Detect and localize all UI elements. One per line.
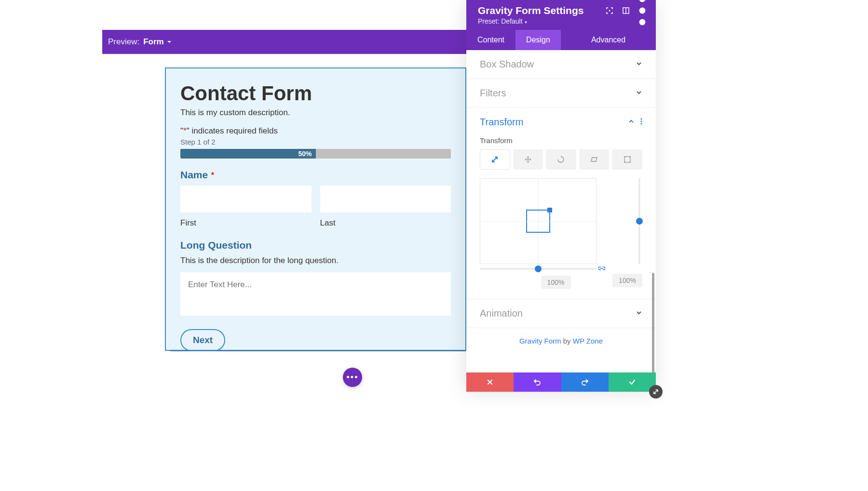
transform-canvas-area: 100% bbox=[480, 178, 642, 289]
vertical-value[interactable]: 100% bbox=[612, 274, 642, 287]
tab-design[interactable]: Design bbox=[515, 30, 561, 50]
section-filters: Filters bbox=[466, 79, 656, 108]
svg-point-7 bbox=[641, 120, 642, 122]
panel-credit: Gravity Form by WP Zone bbox=[466, 328, 656, 356]
cancel-button[interactable] bbox=[466, 372, 514, 392]
panel-title: Gravity Form Settings bbox=[478, 5, 583, 16]
chevron-up-icon bbox=[628, 118, 635, 127]
horizontal-value[interactable]: 100% bbox=[541, 276, 571, 289]
name-field-label: Name * bbox=[180, 169, 451, 181]
panel-body: Box Shadow Filters Transform bbox=[466, 50, 656, 372]
layout-icon[interactable] bbox=[622, 7, 630, 14]
preview-caret-icon[interactable] bbox=[167, 37, 172, 47]
section-more-icon[interactable] bbox=[640, 118, 642, 127]
chevron-down-icon bbox=[636, 60, 642, 69]
long-question-label: Long Question bbox=[180, 239, 451, 251]
section-animation: Animation bbox=[466, 299, 656, 328]
resize-corner-icon[interactable] bbox=[547, 208, 552, 212]
transform-handle[interactable] bbox=[526, 210, 550, 233]
credit-link-wpzone[interactable]: WP Zone bbox=[573, 337, 603, 345]
panel-tabs: Content Design Advanced bbox=[466, 30, 656, 50]
transform-tab-origin[interactable] bbox=[612, 149, 642, 170]
next-button[interactable]: Next bbox=[180, 329, 225, 351]
last-name-input[interactable] bbox=[320, 186, 451, 212]
svg-point-5 bbox=[639, 19, 646, 26]
tab-content[interactable]: Content bbox=[466, 30, 515, 50]
horizontal-slider[interactable] bbox=[480, 266, 597, 272]
required-star-icon: * bbox=[209, 171, 214, 179]
slider-thumb[interactable] bbox=[636, 218, 643, 225]
section-head-animation[interactable]: Animation bbox=[466, 299, 656, 328]
step-label: Step 1 of 2 bbox=[180, 138, 451, 146]
section-transform: Transform Transform bbox=[466, 108, 656, 299]
svg-point-3 bbox=[639, 0, 646, 2]
vertical-slider[interactable] bbox=[637, 178, 642, 264]
redo-button[interactable] bbox=[561, 372, 609, 392]
expand-panel-button[interactable] bbox=[649, 385, 663, 398]
section-head-box-shadow[interactable]: Box Shadow bbox=[466, 50, 656, 79]
svg-point-0 bbox=[609, 10, 610, 12]
progress-fill: 50% bbox=[180, 149, 316, 159]
svg-point-4 bbox=[639, 8, 646, 14]
first-name-col: First bbox=[180, 186, 312, 228]
undo-button[interactable] bbox=[514, 372, 561, 392]
save-button[interactable] bbox=[609, 372, 656, 392]
section-head-transform[interactable]: Transform bbox=[466, 108, 656, 136]
first-name-input[interactable] bbox=[180, 186, 312, 212]
panel-footer bbox=[466, 372, 656, 392]
long-question-textarea[interactable] bbox=[180, 272, 451, 316]
svg-rect-11 bbox=[629, 156, 631, 158]
link-icon[interactable] bbox=[598, 265, 605, 273]
section-head-filters[interactable]: Filters bbox=[466, 79, 656, 107]
name-row: First Last bbox=[180, 186, 451, 228]
panel-preset[interactable]: Preset: Default▼ bbox=[478, 17, 583, 25]
transform-tab-rotate[interactable] bbox=[546, 149, 576, 170]
transform-tab-scale[interactable] bbox=[480, 149, 510, 170]
credit-link-gravity[interactable]: Gravity Form bbox=[519, 337, 561, 345]
svg-rect-10 bbox=[624, 156, 625, 158]
caret-down-icon: ▼ bbox=[524, 20, 528, 25]
svg-rect-12 bbox=[624, 161, 625, 163]
required-star-icon: * bbox=[183, 126, 187, 135]
ellipsis-icon: ••• bbox=[347, 373, 359, 382]
required-note: "*" indicates required fields bbox=[180, 126, 451, 136]
slider-thumb[interactable] bbox=[535, 265, 542, 272]
scrollbar[interactable] bbox=[652, 273, 654, 372]
last-name-col: Last bbox=[320, 186, 451, 228]
form-description: This is my custom description. bbox=[180, 108, 451, 118]
transform-canvas[interactable] bbox=[480, 178, 597, 264]
section-box-shadow: Box Shadow bbox=[466, 50, 656, 79]
long-question-desc: This is the description for the long que… bbox=[180, 256, 451, 265]
progress-value: 50% bbox=[298, 150, 312, 158]
preview-value[interactable]: Form bbox=[143, 37, 164, 47]
transform-tab-skew[interactable] bbox=[579, 149, 610, 170]
page-fab[interactable]: ••• bbox=[343, 368, 362, 387]
svg-point-6 bbox=[641, 118, 642, 119]
chevron-down-icon bbox=[636, 89, 642, 98]
transform-tabs bbox=[480, 149, 642, 170]
tab-advanced[interactable]: Advanced bbox=[561, 30, 656, 50]
settings-panel: Gravity Form Settings Preset: Default▼ C… bbox=[466, 0, 656, 392]
first-sub-label: First bbox=[180, 218, 312, 228]
chevron-down-icon bbox=[636, 309, 642, 318]
contact-form-card: Contact Form This is my custom descripti… bbox=[165, 67, 466, 351]
form-title: Contact Form bbox=[180, 82, 451, 105]
svg-rect-13 bbox=[629, 161, 631, 163]
transform-label: Transform bbox=[480, 136, 642, 145]
more-icon[interactable] bbox=[638, 7, 646, 14]
transform-tab-translate[interactable] bbox=[513, 149, 543, 170]
preview-label: Preview: bbox=[108, 37, 139, 47]
preview-bar: Preview: Form bbox=[102, 30, 466, 54]
svg-point-8 bbox=[641, 123, 642, 124]
panel-header: Gravity Form Settings Preset: Default▼ bbox=[466, 0, 656, 30]
progress-bar: 50% bbox=[180, 149, 451, 159]
focus-icon[interactable] bbox=[606, 7, 613, 14]
last-sub-label: Last bbox=[320, 218, 451, 228]
